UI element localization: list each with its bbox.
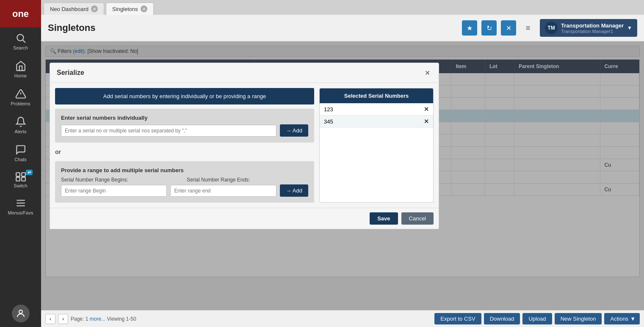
svg-point-0 [17, 34, 23, 41]
tab-bar: Neo Dashboard ✕ Singletons ✕ [41, 0, 644, 15]
selected-number-value: 345 [324, 118, 333, 125]
sidebar-item-switch[interactable]: ⇄ Switch [0, 167, 41, 192]
new-singleton-button[interactable]: New Singleton [555, 313, 602, 324]
sidebar-switch-label: Switch [14, 183, 27, 188]
content-area: 🔍 Filters (edit): [Show Inactivated: No]… [41, 41, 644, 310]
individually-input-row: → Add [61, 124, 308, 137]
alerts-icon [15, 116, 26, 127]
close-button[interactable]: ✕ [501, 20, 516, 36]
svg-line-1 [22, 40, 25, 43]
tab-neo-dashboard-close[interactable]: ✕ [91, 5, 98, 12]
range-title: Provide a range to add multiple serial n… [61, 167, 308, 173]
pagination-next[interactable]: › [58, 314, 68, 324]
sidebar-item-chats[interactable]: Chats [0, 139, 41, 167]
user-sub: Transportation Manager1 [561, 29, 624, 34]
search-icon [15, 33, 26, 44]
svg-rect-4 [16, 173, 20, 176]
menus-icon [15, 198, 26, 209]
sidebar-avatar[interactable] [0, 300, 41, 327]
tab-neo-dashboard-label: Neo Dashboard [50, 6, 88, 12]
sidebar-alerts-label: Alerts [14, 129, 26, 134]
serial-number-input[interactable] [61, 125, 276, 137]
selected-numbers-list: 123 ✕ 345 ✕ [320, 103, 433, 128]
svg-point-11 [19, 310, 22, 313]
more-link[interactable]: more... [90, 316, 105, 322]
switch-icon [15, 171, 26, 182]
modal-footer: Save Cancel [50, 208, 439, 229]
user-name: Transportation Manager [561, 22, 624, 29]
serialize-modal: Serialize ✕ Add serial numbers by enteri… [50, 63, 439, 229]
range-end-input[interactable] [170, 185, 276, 197]
sidebar: one Search Home Problems Alerts Chats [0, 0, 41, 327]
tab-singletons-close[interactable]: ✕ [141, 5, 147, 12]
cancel-button[interactable]: Cancel [401, 212, 434, 225]
bottom-bar: ‹ › Page: 1 more... Viewing 1-50 Export … [41, 310, 644, 327]
switch-badge: ⇄ [26, 170, 33, 175]
home-icon [15, 60, 26, 71]
user-avatar-icon [12, 305, 30, 322]
range-end-label: Serial Number Range Ends: [187, 177, 308, 183]
range-begin-input[interactable] [61, 185, 167, 197]
page-title: Singletons [48, 22, 458, 33]
download-button[interactable]: Download [484, 313, 520, 324]
sidebar-home-label: Home [14, 73, 27, 78]
or-divider: or [55, 147, 314, 157]
modal-title: Serialize [57, 69, 84, 77]
svg-rect-7 [22, 177, 25, 181]
actions-dropdown-icon: ▼ [630, 316, 636, 322]
selected-number-item: 345 ✕ [320, 115, 433, 128]
range-add-button[interactable]: → Add [280, 184, 308, 197]
chats-icon [15, 144, 26, 155]
user-dropdown-icon: ▼ [627, 25, 632, 31]
sidebar-search-label: Search [13, 45, 28, 50]
sidebar-item-problems[interactable]: Problems [0, 83, 41, 111]
star-button[interactable]: ★ [462, 20, 477, 36]
individually-title: Enter serial numbers individually [61, 115, 308, 121]
tab-neo-dashboard[interactable]: Neo Dashboard ✕ [44, 3, 104, 15]
selected-number-value: 123 [324, 106, 333, 113]
upload-button[interactable]: Upload [522, 313, 552, 324]
remove-number-button[interactable]: ✕ [424, 106, 429, 113]
user-avatar: TM [545, 22, 558, 34]
selected-number-item: 123 ✕ [320, 103, 433, 115]
range-labels: Serial Number Range Begins: Serial Numbe… [61, 177, 308, 183]
individually-section: Enter serial numbers individually → Add [55, 109, 314, 143]
sidebar-item-menus[interactable]: Menus/Favs [0, 192, 41, 220]
user-menu[interactable]: TM Transportation Manager Transportation… [540, 19, 637, 37]
sidebar-item-alerts[interactable]: Alerts [0, 111, 41, 139]
modal-close-button[interactable]: ✕ [423, 68, 432, 77]
range-inputs-row: → Add [61, 184, 308, 197]
svg-rect-6 [16, 177, 20, 181]
tab-singletons-label: Singletons [112, 6, 138, 12]
actions-button[interactable]: Actions ▼ [604, 313, 640, 324]
modal-overlay: Serialize ✕ Add serial numbers by enteri… [41, 41, 644, 310]
sidebar-problems-label: Problems [11, 101, 30, 106]
svg-rect-5 [22, 173, 25, 176]
refresh-button[interactable]: ↻ [481, 20, 497, 36]
range-section: Provide a range to add multiple serial n… [55, 161, 314, 203]
export-csv-button[interactable]: Export to CSV [434, 313, 481, 324]
save-button[interactable]: Save [370, 212, 398, 225]
app-logo: one [0, 0, 41, 27]
viewing-text: Viewing 1-50 [107, 316, 136, 322]
sidebar-item-search[interactable]: Search [0, 27, 41, 55]
modal-body: Add serial numbers by entering individua… [50, 83, 439, 208]
selected-serial-numbers-panel: Selected Serial Numbers 123 ✕ 345 ✕ [319, 88, 434, 203]
tab-singletons[interactable]: Singletons ✕ [106, 3, 154, 15]
selected-numbers-header: Selected Serial Numbers [320, 88, 433, 103]
page-number: 1 [86, 316, 88, 322]
main-area: Neo Dashboard ✕ Singletons ✕ Singletons … [41, 0, 644, 327]
pagination-prev[interactable]: ‹ [45, 314, 55, 324]
menu-button[interactable]: ≡ [520, 20, 536, 36]
sidebar-chats-label: Chats [14, 157, 27, 162]
pagination-info: Page: 1 more... Viewing 1-50 [71, 316, 432, 322]
problems-icon [15, 88, 26, 99]
top-header: Singletons ★ ↻ ✕ ≡ TM Transportation Man… [41, 15, 644, 41]
remove-number-button[interactable]: ✕ [424, 118, 429, 125]
sidebar-item-home[interactable]: Home [0, 55, 41, 83]
sidebar-menus-label: Menus/Favs [8, 210, 33, 215]
individually-add-button[interactable]: → Add [280, 124, 308, 137]
range-begin-label: Serial Number Range Begins: [61, 177, 182, 183]
modal-title-bar: Serialize ✕ [50, 63, 439, 83]
serialize-left-panel: Add serial numbers by entering individua… [55, 88, 314, 203]
